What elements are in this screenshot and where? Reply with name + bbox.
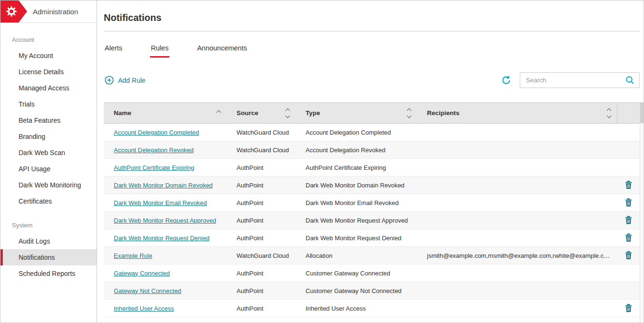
rule-row-dark-web-monitor-request-denied: Dark Web Monitor Request DeniedAuthPoint… bbox=[104, 229, 640, 247]
sort-icon bbox=[407, 109, 411, 117]
trash-icon bbox=[625, 181, 632, 189]
rule-source: AuthPoint bbox=[227, 159, 296, 176]
trash-icon bbox=[625, 198, 632, 206]
rule-type: AuthPoint Certificate Expiring bbox=[296, 159, 417, 176]
rule-source: AuthPoint bbox=[227, 194, 296, 212]
rule-actions bbox=[617, 282, 640, 300]
sidebar-section-header-account: Account bbox=[12, 36, 97, 43]
sidebar-item-dark-web-scan[interactable]: Dark Web Scan bbox=[0, 145, 97, 161]
sidebar-item-my-account[interactable]: My Account bbox=[0, 48, 97, 64]
rule-recipients bbox=[417, 300, 617, 317]
delete-rule-button[interactable] bbox=[623, 250, 634, 260]
delete-rule-button[interactable] bbox=[623, 180, 634, 190]
rule-row-example-rule: Example RuleWatchGuard CloudAllocationjs… bbox=[104, 247, 640, 264]
tab-alerts[interactable]: Alerts bbox=[104, 44, 123, 58]
rule-name-link[interactable]: Dark Web Monitor Email Revoked bbox=[114, 199, 207, 206]
rule-type: Dark Web Monitor Domain Revoked bbox=[296, 176, 417, 194]
sidebar-item-managed-access[interactable]: Managed Access bbox=[0, 80, 97, 96]
rule-source: AuthPoint bbox=[227, 212, 296, 229]
trash-icon bbox=[625, 234, 632, 242]
column-label: Name bbox=[114, 109, 131, 117]
rule-type: Account Delegation Revoked bbox=[296, 141, 417, 159]
column-label: Recipients bbox=[427, 109, 459, 117]
sidebar-item-beta-features[interactable]: Beta Features bbox=[0, 112, 97, 128]
rule-name-link[interactable]: Gateway Not Connected bbox=[114, 287, 181, 294]
rule-recipients bbox=[417, 176, 617, 194]
search-input[interactable] bbox=[520, 72, 640, 88]
tab-bar: AlertsRulesAnnouncements bbox=[104, 44, 640, 58]
rule-row-gateway-connected: Gateway ConnectedAuthPointCustomer Gatew… bbox=[104, 264, 640, 282]
rule-name-link[interactable]: Inherited User Access bbox=[114, 305, 174, 312]
column-header-source[interactable]: Source bbox=[227, 103, 296, 124]
rule-name-link[interactable]: Account Delegation Revoked bbox=[114, 147, 194, 154]
rule-actions bbox=[617, 124, 640, 141]
scrollbar-thumb[interactable] bbox=[640, 102, 644, 123]
delete-rule-button[interactable] bbox=[623, 215, 634, 225]
rule-name-link[interactable]: Gateway Connected bbox=[114, 270, 170, 277]
rule-name-link[interactable]: Dark Web Monitor Domain Revoked bbox=[114, 182, 213, 189]
rule-source: AuthPoint bbox=[227, 264, 296, 282]
rule-recipients bbox=[417, 229, 617, 247]
rule-name-link[interactable]: Dark Web Monitor Request Denied bbox=[114, 235, 209, 242]
sidebar-section-header-system: System bbox=[12, 222, 97, 229]
column-label: Source bbox=[237, 109, 258, 117]
sidebar-item-scheduled-reports[interactable]: Scheduled Reports bbox=[0, 265, 97, 282]
delete-rule-button[interactable] bbox=[623, 233, 634, 243]
rule-recipients bbox=[417, 194, 617, 212]
refresh-button[interactable] bbox=[501, 75, 512, 86]
column-header-name[interactable]: Name bbox=[104, 103, 227, 124]
rule-recipients: jsmith@example.com,msmith@example.com,rw… bbox=[417, 247, 617, 264]
gear-icon bbox=[5, 5, 18, 18]
add-rule-button[interactable]: Add Rule bbox=[104, 75, 147, 86]
sidebar-item-certificates[interactable]: Certificates bbox=[0, 193, 97, 209]
rules-table: NameSourceTypeRecipients Account Delegat… bbox=[104, 102, 640, 317]
plus-circle-icon bbox=[105, 76, 114, 85]
sort-icon bbox=[286, 109, 289, 117]
add-rule-label: Add Rule bbox=[118, 77, 146, 84]
rule-name-link[interactable]: Example Rule bbox=[114, 252, 152, 259]
rule-name-link[interactable]: Dark Web Monitor Request Approved bbox=[114, 217, 216, 224]
rule-type: Allocation bbox=[296, 247, 417, 264]
sidebar-item-branding[interactable]: Branding bbox=[0, 128, 97, 145]
sidebar-item-audit-logs[interactable]: Audit Logs bbox=[0, 233, 97, 249]
rule-recipients bbox=[417, 212, 617, 229]
sidebar-item-notifications[interactable]: Notifications bbox=[0, 249, 97, 265]
search-icon[interactable] bbox=[625, 75, 635, 87]
sidebar-item-trials[interactable]: Trials bbox=[0, 96, 97, 112]
rule-source: WatchGuard Cloud bbox=[227, 247, 296, 264]
rule-recipients bbox=[417, 282, 617, 300]
column-header-recipients[interactable]: Recipients bbox=[417, 103, 617, 124]
sidebar-nav: AccountMy AccountLicense DetailsManaged … bbox=[0, 23, 97, 323]
sort-asc-icon bbox=[217, 111, 220, 115]
rule-source: AuthPoint bbox=[227, 282, 296, 300]
column-header-type[interactable]: Type bbox=[296, 103, 417, 124]
rule-name-link[interactable]: AuthPoint Certificate Expiring bbox=[114, 164, 194, 171]
delete-rule-button[interactable] bbox=[623, 303, 634, 313]
column-label: Type bbox=[306, 109, 320, 117]
app-logo bbox=[0, 0, 27, 23]
scrollbar[interactable] bbox=[640, 102, 644, 323]
rule-actions bbox=[617, 300, 640, 317]
tab-announcements[interactable]: Announcements bbox=[196, 44, 248, 58]
main-content: Notifications AlertsRulesAnnouncements A… bbox=[97, 0, 644, 323]
rule-name-link[interactable]: Account Delegation Completed bbox=[114, 129, 199, 136]
rule-recipients bbox=[417, 264, 617, 282]
rule-actions bbox=[617, 264, 640, 282]
rule-row-inherited-user-access: Inherited User AccessAuthPointInherited … bbox=[104, 300, 640, 317]
trash-icon bbox=[625, 304, 632, 312]
rule-type: Dark Web Monitor Request Denied bbox=[296, 229, 417, 247]
sidebar-item-license-details[interactable]: License Details bbox=[0, 64, 97, 80]
rule-row-authpoint-certificate-expiring: AuthPoint Certificate ExpiringAuthPointA… bbox=[104, 159, 640, 176]
sidebar-item-api-usage[interactable]: API Usage bbox=[0, 161, 97, 177]
rule-recipients bbox=[417, 124, 617, 141]
rule-type: Customer Gateway Not Connected bbox=[296, 282, 417, 300]
actions-column-header bbox=[617, 103, 640, 124]
rule-type: Dark Web Monitor Email Revoked bbox=[296, 194, 417, 212]
delete-rule-button[interactable] bbox=[623, 197, 634, 207]
trash-icon bbox=[625, 216, 632, 224]
rule-actions bbox=[617, 141, 640, 159]
rule-recipients bbox=[417, 141, 617, 159]
sidebar-item-dark-web-monitoring[interactable]: Dark Web Monitoring bbox=[0, 177, 97, 193]
tab-rules[interactable]: Rules bbox=[150, 44, 169, 58]
search-box bbox=[520, 72, 640, 88]
